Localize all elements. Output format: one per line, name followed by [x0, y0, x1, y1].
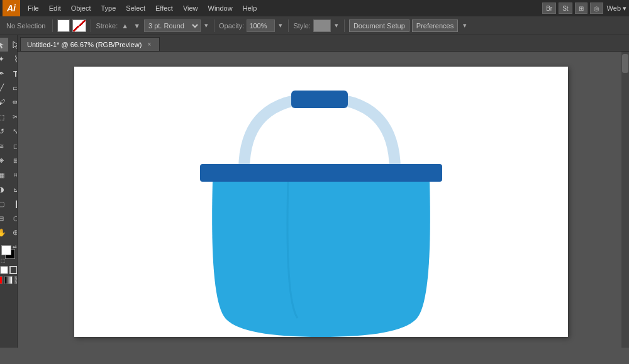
opacity-input[interactable] — [247, 19, 275, 32]
left-toolbar: ✦ ⌇ ✒ T ╱ ▭ 🖌 — [0, 35, 18, 348]
eyedropper-tool[interactable]: ⌗ — [9, 168, 18, 182]
stock-btn[interactable]: St — [559, 3, 572, 14]
slice-tool[interactable]: ⊟ — [0, 211, 8, 225]
line-tool[interactable]: ╱ — [0, 81, 8, 95]
document-tab[interactable]: Untitled-1* @ 66.67% (RGB/Preview) × — [20, 37, 160, 51]
color-swatch-area: ⇄ ⬚ — [0, 243, 18, 264]
pref-expand-btn[interactable]: ▾ — [462, 21, 468, 30]
none-gradient-icons — [0, 276, 18, 284]
line-shape-row: ╱ ▭ — [0, 81, 18, 95]
graph-tool[interactable]: ▐ — [9, 197, 18, 211]
free-transform-tool[interactable]: ◻ — [9, 139, 18, 153]
no-selection-label: No Selection — [4, 22, 48, 30]
fill-icon[interactable] — [0, 266, 8, 274]
main-area: ✦ ⌇ ✒ T ╱ ▭ 🖌 — [0, 35, 629, 348]
selection-tool[interactable] — [0, 38, 8, 52]
paintbrush-tool[interactable]: 🖌 — [0, 96, 8, 109]
menu-type[interactable]: Type — [96, 0, 121, 16]
scrollbar-thumb[interactable] — [622, 54, 628, 73]
direct-selection-tool[interactable] — [9, 38, 18, 52]
type-tool[interactable]: T — [9, 67, 18, 80]
rotate-tool[interactable]: ↺ — [0, 124, 8, 138]
menu-bar-right: Br St ⊞ ◎ Web ▾ — [542, 3, 626, 14]
foreground-color-swatch[interactable] — [1, 245, 11, 255]
lasso-tool[interactable]: ⌇ — [9, 52, 18, 66]
none-icon[interactable] — [0, 276, 3, 284]
opacity-expand-btn[interactable]: ▾ — [277, 21, 284, 30]
style-expand-btn[interactable]: ▾ — [333, 21, 340, 30]
warp-reshape-row: ≋ ◻ — [0, 139, 18, 153]
menu-object[interactable]: Object — [66, 0, 96, 16]
workspace-label: Web — [607, 4, 621, 12]
menu-edit[interactable]: Edit — [44, 0, 66, 16]
sep3 — [214, 19, 214, 32]
stroke-expand-btn[interactable]: ▾ — [203, 21, 209, 30]
bridge-icons: Br St ⊞ ◎ — [542, 3, 603, 14]
fill-color-box[interactable] — [57, 19, 70, 32]
pencil-tool[interactable]: ✏ — [9, 96, 18, 109]
toolbar: No Selection Stroke: ▲ ▼ 3 pt. Round ▾ O… — [0, 16, 629, 35]
slice-select-tool[interactable]: ⬡ — [9, 211, 18, 225]
bridge-btn[interactable]: Br — [542, 3, 556, 14]
stroke-value-select[interactable]: 3 pt. Round — [144, 19, 201, 32]
stroke-color-box[interactable] — [72, 19, 86, 32]
hand-tool[interactable]: ✋ — [0, 226, 8, 240]
doc-setup-button[interactable]: Document Setup — [349, 19, 409, 32]
stroke-down-btn[interactable]: ▼ — [132, 22, 142, 30]
canvas-bg — [74, 67, 568, 337]
warp-tool[interactable]: ≋ — [0, 139, 8, 153]
stroke-up-btn[interactable]: ▲ — [120, 22, 130, 30]
measure-tool[interactable]: ⊾ — [9, 182, 18, 196]
svg-rect-0 — [291, 91, 348, 108]
pen-tool[interactable]: ✒ — [0, 67, 8, 80]
menu-window[interactable]: Window — [203, 0, 238, 16]
reset-colors-btn[interactable]: ⬚ — [1, 258, 6, 263]
rotate-scale-row: ↺ ⤡ — [0, 124, 18, 138]
sep2 — [91, 19, 91, 32]
gradient-tool[interactable]: ▦ — [0, 168, 8, 182]
scissors-tool[interactable]: ✂ — [9, 110, 18, 124]
blend-mesh-row: ❋ ⊞ — [0, 153, 18, 167]
tab-title: Untitled-1* @ 66.67% (RGB/Preview) — [27, 41, 142, 48]
style-box[interactable] — [313, 19, 331, 32]
eraser-tool[interactable]: ⬚ — [0, 110, 8, 124]
stroke-icon[interactable] — [9, 266, 18, 274]
menu-select[interactable]: Select — [121, 0, 150, 16]
sep1 — [52, 19, 53, 32]
rect-tool[interactable]: ▭ — [9, 81, 18, 95]
mesh-tool[interactable]: ⊞ — [9, 153, 18, 167]
symbol-tool[interactable]: ❋ — [0, 153, 8, 167]
selection-tool-row — [0, 38, 18, 52]
bucket-illustration — [74, 67, 568, 337]
zoom-tool[interactable]: ⊕ — [9, 226, 18, 240]
slice-row: ⊟ ⬡ — [0, 211, 18, 225]
preferences-button[interactable]: Preferences — [412, 19, 458, 32]
opacity-label: Opacity: — [219, 22, 244, 30]
vertical-scrollbar[interactable] — [621, 52, 629, 348]
tab-bar: Untitled-1* @ 66.67% (RGB/Preview) × — [18, 35, 629, 52]
blend-measure-row: ◑ ⊾ — [0, 182, 18, 196]
menu-items: File Edit Object Type Select Effect View… — [23, 0, 262, 16]
magic-wand-tool[interactable]: ✦ — [0, 52, 8, 66]
blend-tool[interactable]: ◑ — [0, 182, 8, 196]
scale-tool[interactable]: ⤡ — [9, 124, 18, 138]
grid-btn[interactable]: ⊞ — [575, 3, 587, 14]
menu-effect[interactable]: Effect — [150, 0, 178, 16]
eraser-scissor-row: ⬚ ✂ — [0, 110, 18, 124]
canvas-area[interactable]: Untitled-1* @ 66.67% (RGB/Preview) × — [18, 35, 629, 348]
swap-colors-btn[interactable]: ⇄ — [13, 244, 17, 250]
menu-view[interactable]: View — [178, 0, 203, 16]
workspace-selector[interactable]: Web ▾ — [607, 4, 626, 13]
menu-bar: Ai File Edit Object Type Select Effect V… — [0, 0, 629, 16]
wand-lasso-row: ✦ ⌇ — [0, 52, 18, 66]
artboard-tool[interactable]: ▢ — [0, 197, 8, 211]
kuler-btn[interactable]: ◎ — [590, 3, 603, 14]
sep4 — [288, 19, 289, 32]
menu-file[interactable]: File — [23, 0, 44, 16]
tab-close-btn[interactable]: × — [145, 41, 153, 48]
sep5 — [344, 19, 345, 32]
gradient-icon[interactable] — [4, 276, 13, 284]
menu-help[interactable]: Help — [238, 0, 262, 16]
style-label: Style: — [293, 22, 311, 30]
grad-eyedrop-row: ▦ ⌗ — [0, 168, 18, 182]
